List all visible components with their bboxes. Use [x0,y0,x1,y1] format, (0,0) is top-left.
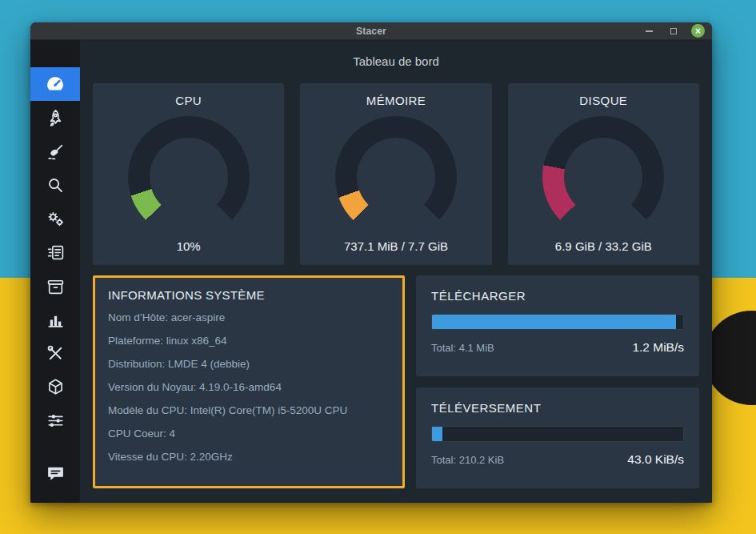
sidebar-item-helpers[interactable] [30,336,80,370]
download-title: TÉLÉCHARGER [431,289,684,303]
upload-stats: Total: 210.2 KiB 43.0 KiB/s [431,452,684,467]
cpu-card-title: CPU [175,94,202,107]
upload-panel: TÉLÉVERSEMENT Total: 210.2 KiB 43.0 KiB/… [416,387,699,488]
speedometer-icon [45,74,66,94]
window-title: Stacer [30,26,712,37]
sidebar [30,40,80,503]
restore-icon [670,28,677,34]
bar-chart-icon [46,310,66,330]
page-title: Tableau de bord [93,40,699,83]
system-info-title: INFORMATIONS SYSTÈME [108,288,390,302]
download-speed: 1.2 MiB/s [632,340,684,355]
info-distribution: Distribution: LMDE 4 (debbie) [108,352,390,375]
upload-bar-fill [432,427,442,441]
disk-gauge-value: 6.9 GiB / 33.2 GiB [555,239,652,253]
minimize-button[interactable] [642,24,656,38]
restore-button[interactable] [666,24,681,38]
disk-gauge [542,116,664,238]
cube-icon [46,377,66,397]
package-box-icon [46,276,66,296]
sidebar-item-dashboard[interactable] [30,67,80,101]
sidebar-item-search[interactable] [30,168,80,202]
sidebar-item-startup-apps[interactable] [30,101,80,135]
memory-gauge-value: 737.1 MiB / 7.7 GiB [344,239,448,253]
window-body: Tableau de bord CPU 10% MÉMOIRE 737.1 Mi… [30,40,712,503]
download-bar-fill [432,315,676,329]
upload-total: Total: 210.2 KiB [431,454,504,466]
info-hostname: Nom d’Hôte: acer-aspire [108,306,390,329]
info-platform: Plateforme: linux x86_64 [108,329,390,352]
window-controls: × [642,24,705,38]
download-stats: Total: 4.1 MiB 1.2 MiB/s [431,340,684,355]
stacer-window: Stacer × [30,22,712,503]
download-panel: TÉLÉCHARGER Total: 4.1 MiB 1.2 MiB/s [416,275,699,376]
memory-card-title: MÉMOIRE [366,94,426,107]
titlebar[interactable]: Stacer × [30,22,712,40]
close-button[interactable]: × [691,24,705,38]
cpu-gauge-value: 10% [177,239,201,253]
memory-gauge [335,116,457,238]
sidebar-item-feedback[interactable] [30,456,80,490]
download-total: Total: 4.1 MiB [431,342,494,354]
system-info-panel: INFORMATIONS SYSTÈME Nom d’Hôte: acer-as… [93,275,405,488]
gauge-row: CPU 10% MÉMOIRE 737.1 MiB / 7.7 GiB DISQ… [93,83,699,265]
sidebar-item-resources[interactable] [30,303,80,336]
cpu-card: CPU 10% [93,83,284,265]
magnifier-icon [46,175,65,195]
sidebar-item-packages[interactable] [30,370,80,404]
upload-progress [431,426,684,442]
info-kernel: Version du Noyau: 4.19.0-16-amd64 [108,375,390,399]
download-progress [431,314,684,330]
sidebar-item-system-cleaner[interactable] [30,135,80,168]
memory-card: MÉMOIRE 737.1 MiB / 7.7 GiB [300,83,491,265]
info-cpu-speed: Vitesse du CPU: 2.20GHz [108,445,390,468]
dashboard-page: Tableau de bord CPU 10% MÉMOIRE 737.1 Mi… [80,40,712,503]
gears-icon [46,209,66,229]
close-icon: × [695,26,701,36]
sidebar-item-processes[interactable] [30,235,80,269]
chat-bubble-icon [46,464,66,484]
sidebar-item-services[interactable] [30,202,80,235]
sliders-icon [46,411,66,431]
upload-speed: 43.0 KiB/s [627,452,684,467]
rocket-icon [46,108,66,128]
disk-card-title: DISQUE [579,94,627,107]
broom-icon [46,142,66,162]
sidebar-item-settings[interactable] [30,404,80,437]
tools-icon [46,343,66,363]
network-column: TÉLÉCHARGER Total: 4.1 MiB 1.2 MiB/s TÉL… [416,275,699,488]
bottom-row: INFORMATIONS SYSTÈME Nom d’Hôte: acer-as… [93,275,699,488]
sidebar-item-uninstaller[interactable] [30,269,80,303]
cpu-gauge [128,116,250,238]
upload-title: TÉLÉVERSEMENT [431,401,684,415]
process-list-icon [46,243,66,263]
disk-card: DISQUE 6.9 GiB / 33.2 GiB [508,83,699,265]
minimize-icon [646,30,653,32]
info-cpu-cores: CPU Coeur: 4 [108,422,390,445]
info-cpu-model: Modèle du CPU: Intel(R) Core(TM) i5-5200… [108,399,390,422]
